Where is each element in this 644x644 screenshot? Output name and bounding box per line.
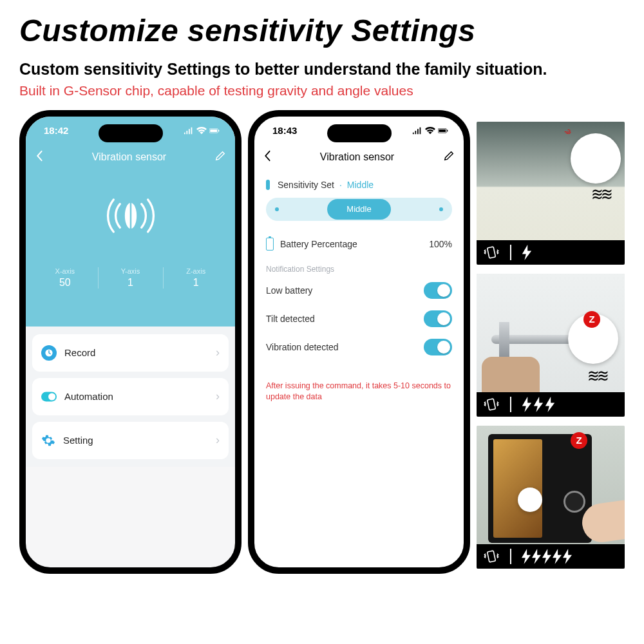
edit-button[interactable] [443, 150, 455, 164]
edit-button[interactable] [214, 150, 226, 164]
thumb-safe: Z [477, 426, 625, 569]
bolt-icon [532, 549, 541, 564]
axes-readout: X-axis 50 Y-axis 1 Z-axis 1 [26, 267, 235, 289]
phone-settings: 18:43 Vibration sensor Sensitivity Set ·… [248, 110, 470, 574]
battery-row: Battery Percentage 100% [266, 238, 452, 251]
sensitivity-slider[interactable]: Middle [266, 198, 452, 221]
automation-row[interactable]: Automation › [32, 378, 229, 415]
phone-vibrate-icon [483, 244, 500, 261]
back-button[interactable] [263, 150, 271, 164]
status-icons [184, 127, 220, 135]
feature-line: Built in G-Sensor chip, capable of testi… [19, 83, 625, 99]
svg-rect-11 [488, 247, 496, 258]
sensor-disc: Z [568, 314, 618, 364]
toggle-switch[interactable] [424, 339, 452, 355]
warning-text: After issuing the command, it takes 5-10… [266, 381, 452, 403]
chevron-right-icon: › [216, 346, 220, 359]
record-label: Record [64, 347, 95, 358]
battery-icon [266, 238, 274, 251]
chevron-right-icon: › [216, 390, 220, 403]
phone-vibrate-icon [483, 548, 500, 565]
phone-notch [327, 124, 392, 142]
sensitivity-icon [266, 180, 270, 190]
svg-rect-1 [210, 129, 217, 132]
axis-x: X-axis 50 [32, 267, 98, 289]
automation-label: Automation [64, 391, 113, 402]
toggle-tilt[interactable]: Tilt detected [266, 305, 452, 333]
phone-overview: 18:42 Vibration sensor [19, 110, 242, 574]
bolt-group [522, 245, 532, 260]
toggle-label: Tilt detected [266, 314, 315, 324]
axis-x-value: 50 [32, 277, 98, 289]
bolt-group [522, 549, 572, 564]
chevron-right-icon: › [216, 433, 220, 447]
toggle-vibration[interactable]: Vibration detected [266, 333, 452, 361]
wifi-icon [196, 127, 207, 135]
toggle-label: Vibration detected [266, 342, 339, 352]
battery-value: 100% [429, 239, 452, 249]
signal-icon [184, 127, 194, 135]
axis-z-label: Z-axis [163, 267, 229, 275]
toggle-icon [41, 389, 57, 404]
vibration-lines-icon: ≋≋ [587, 365, 607, 386]
svg-rect-12 [488, 399, 496, 410]
signal-icon [412, 127, 422, 135]
sensitivity-header: Sensitivity Set · Middle [266, 180, 452, 190]
page-subheading: Custom sensitivity Settings to better un… [19, 59, 625, 80]
phone-notch [99, 124, 163, 142]
sensitivity-label: Sensitivity Set [278, 180, 334, 190]
wifi-icon [425, 127, 435, 135]
svg-rect-13 [488, 551, 496, 562]
zigbee-badge: Z [583, 311, 600, 328]
thumbnail-column: ༄ ≋≋ Z ≋≋ [477, 122, 625, 569]
toggle-switch[interactable] [424, 310, 452, 327]
axis-y-value: 1 [98, 277, 164, 289]
intensity-bar [477, 544, 625, 569]
gear-icon [41, 433, 55, 448]
intensity-bar [477, 392, 625, 417]
bolt-icon [533, 397, 544, 412]
axis-z: Z-axis 1 [163, 267, 229, 289]
bolt-icon [522, 245, 532, 260]
intensity-bar [477, 240, 625, 265]
page-heading: Customize sensitivity Settings [19, 13, 625, 48]
bolt-icon [542, 549, 551, 564]
status-time: 18:42 [44, 125, 68, 136]
bolt-icon [563, 549, 572, 564]
bolt-icon [553, 549, 562, 564]
vibration-icon [99, 184, 163, 248]
battery-icon [209, 127, 220, 135]
sensor-disc [518, 488, 542, 512]
section-notification: Notification Settings [266, 265, 452, 274]
sensitivity-value: Middle [347, 180, 374, 190]
bolt-icon [522, 549, 531, 564]
thumb-door: Z ≋≋ [477, 274, 625, 417]
battery-label: Battery Percentage [280, 239, 357, 249]
toggle-low-battery[interactable]: Low battery [266, 276, 452, 305]
svg-rect-2 [218, 129, 219, 131]
setting-label: Setting [63, 435, 93, 446]
screen-title: Vibration sensor [92, 151, 166, 163]
bolt-group [522, 397, 555, 412]
screen-title: Vibration sensor [320, 151, 394, 163]
svg-rect-10 [447, 129, 448, 131]
vibration-lines-icon: ≋≋ [591, 184, 611, 205]
slider-pill: Middle [327, 199, 390, 220]
slider-stop-low [275, 207, 279, 211]
slider-stop-high [439, 207, 443, 211]
sensor-disc: ༄ [571, 133, 621, 184]
zigbee-badge: Z [571, 432, 587, 449]
bolt-icon [522, 397, 532, 412]
phone-vibrate-icon [483, 396, 500, 413]
toggle-switch[interactable] [424, 282, 452, 299]
axis-z-value: 1 [163, 277, 229, 289]
setting-row[interactable]: Setting › [32, 422, 229, 459]
back-button[interactable] [35, 150, 44, 164]
status-time: 18:43 [272, 125, 297, 136]
axis-x-label: X-axis [32, 267, 98, 275]
record-row[interactable]: Record › [32, 334, 229, 372]
axis-y-label: Y-axis [98, 267, 164, 275]
toggle-label: Low battery [266, 285, 312, 296]
battery-icon [438, 127, 448, 135]
safe-icon [488, 434, 592, 543]
